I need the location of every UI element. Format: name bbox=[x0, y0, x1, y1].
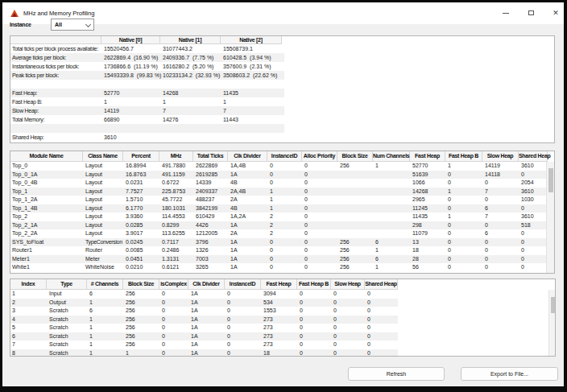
table-row[interactable]: Top_1_4BLayout6.1770180.103138421994B101… bbox=[10, 204, 554, 213]
value-cell: 7 bbox=[223, 106, 283, 115]
column-header[interactable]: Class Name bbox=[83, 151, 123, 162]
column-header[interactable]: Alloc Priority bbox=[302, 151, 337, 162]
table-row[interactable]: Top_1Layout7.7527225.875324093372A,4B101… bbox=[10, 188, 554, 196]
column-header[interactable]: Clk Divider bbox=[188, 279, 225, 290]
scrollbar-track[interactable] bbox=[548, 290, 555, 356]
value-cell: 0 bbox=[448, 179, 451, 188]
column-header[interactable]: Fast Heap bbox=[261, 279, 297, 290]
table-row[interactable]: Total Memory:668901427611443 bbox=[10, 115, 284, 124]
column-header[interactable]: Shared Heap bbox=[365, 279, 398, 290]
value-cell: 3.9017 bbox=[126, 229, 143, 238]
value-cell: 0 bbox=[304, 171, 308, 179]
value-cell: 3610 bbox=[521, 162, 534, 171]
value-cell: 1.3131 bbox=[162, 255, 179, 264]
table-row[interactable]: Top_0_1ALayout16.8763491.115926192851A00… bbox=[10, 171, 554, 179]
scrollbar-track[interactable] bbox=[546, 162, 554, 273]
table-row[interactable]: White1WhiteNoise0.02100.612132651A002561… bbox=[10, 263, 554, 272]
table-row[interactable]: 7Scratch125601A0273000 bbox=[10, 340, 398, 349]
column-header[interactable]: Total Ticks bbox=[193, 151, 228, 162]
scrollbar-thumb[interactable] bbox=[551, 297, 556, 313]
table-row[interactable] bbox=[10, 124, 284, 133]
column-header[interactable]: Clk Divider bbox=[228, 151, 267, 162]
table-row[interactable]: Top_2Layout3.9360114.45536104291A,2A2011… bbox=[10, 213, 554, 221]
table-row[interactable]: Fast Heap B:111 bbox=[10, 97, 284, 106]
value-cell: 1 bbox=[126, 349, 129, 357]
table-row[interactable]: 3Scratch625601A01553000 bbox=[10, 307, 398, 316]
column-header[interactable]: Fast Heap bbox=[410, 151, 445, 162]
value-cell: Router1 bbox=[12, 246, 32, 255]
value-cell: 0 bbox=[448, 238, 451, 247]
table-row[interactable]: Instantaneous ticks per block:1736866.6 … bbox=[10, 62, 284, 71]
table-row[interactable]: Slow Heap:1411977 bbox=[10, 106, 284, 115]
column-header[interactable]: Block Size bbox=[337, 151, 373, 162]
table-row[interactable] bbox=[10, 80, 284, 89]
column-header[interactable] bbox=[10, 36, 101, 44]
table-row[interactable]: Top_0Layout16.8994491.788026228691A,4B00… bbox=[10, 162, 554, 171]
value-cell: 14268 bbox=[412, 188, 428, 196]
table-row[interactable]: Router1Router0.00850.248613261A002561180… bbox=[10, 246, 554, 255]
row-label: Instantaneous ticks per block: bbox=[12, 62, 102, 71]
table-row[interactable]: Top_2_1ALayout0.02850.829944261A20298005… bbox=[10, 221, 554, 230]
table-row[interactable]: Top_0_4BLayout0.02310.6722143394B0010660… bbox=[10, 179, 554, 188]
value-cell: 0 bbox=[333, 332, 337, 341]
table-row[interactable]: Top_2_2ALayout3.9017113.625512120052A201… bbox=[10, 229, 554, 238]
table-row[interactable]: Average ticks per block:2622869.4 (16.90… bbox=[10, 53, 284, 62]
table-row[interactable]: Total ticks per block process available:… bbox=[10, 44, 284, 53]
column-header[interactable]: Shared Heap bbox=[519, 151, 548, 162]
close-icon[interactable]: ✕ bbox=[548, 2, 563, 24]
table-row[interactable]: 6Scratch125601A0273000 bbox=[10, 332, 398, 341]
table-row[interactable]: 1Input625601A03094000 bbox=[10, 290, 398, 299]
table-row[interactable]: 8Scratch1101A018000 bbox=[10, 349, 398, 357]
value-cell: 0.0085 bbox=[126, 246, 143, 255]
export-button[interactable]: Export to File... bbox=[461, 367, 558, 381]
column-header[interactable]: Block Size bbox=[123, 279, 159, 290]
column-header[interactable]: isComplex bbox=[159, 279, 188, 290]
column-header[interactable]: Percent bbox=[123, 151, 159, 162]
table-row[interactable]: Top_1_2ALayout1.571045.77224882372A10296… bbox=[10, 196, 554, 204]
value-cell: 0 bbox=[521, 255, 524, 264]
table-row[interactable]: SYS_toFloatTypeConversion0.02450.7117379… bbox=[10, 238, 554, 247]
value-cell: 3610 bbox=[521, 213, 534, 221]
column-header[interactable]: Index bbox=[10, 279, 47, 290]
value-cell: 0 bbox=[300, 299, 303, 307]
column-header[interactable]: Slow Heap bbox=[331, 279, 365, 290]
value-cell: 1030 bbox=[521, 196, 534, 204]
table-row[interactable]: 2Output125601A0534000 bbox=[10, 299, 398, 307]
column-header[interactable]: MHz bbox=[159, 151, 193, 162]
column-header[interactable]: Fast Heap B bbox=[445, 151, 482, 162]
value-cell: 0 bbox=[367, 349, 370, 357]
minimize-icon[interactable] bbox=[499, 2, 513, 24]
maximize-icon[interactable] bbox=[524, 2, 539, 24]
column-header[interactable]: Type bbox=[47, 279, 87, 290]
column-header[interactable]: Native [2] bbox=[221, 36, 282, 44]
table-row[interactable]: 4Scratch125601A0273000 bbox=[10, 316, 398, 324]
column-header[interactable]: InstanceID bbox=[267, 151, 302, 162]
scrollbar-thumb[interactable] bbox=[548, 168, 553, 192]
refresh-button[interactable]: Refresh bbox=[348, 367, 445, 381]
value-cell: Layout bbox=[85, 204, 102, 213]
value-cell: 2622869.4 (16.90 %) bbox=[104, 53, 163, 62]
column-header[interactable]: Slow Heap bbox=[482, 151, 519, 162]
value-cell: 2409336.7 (7.75 %) bbox=[163, 53, 222, 62]
column-header[interactable]: Module Name bbox=[10, 151, 83, 162]
table-row[interactable]: Meter1Meter0.04511.313170031A00256628000 bbox=[10, 255, 554, 264]
column-header[interactable]: # Channels bbox=[87, 279, 123, 290]
summary-table: Native [0]Native [1]Native [2]Total tick… bbox=[10, 35, 555, 143]
table-row[interactable]: 5Scratch125601A0273000 bbox=[10, 324, 398, 332]
column-header[interactable]: Fast Heap B bbox=[297, 279, 331, 290]
table-row[interactable]: Peak ticks per block:15493339.8 (99.83 %… bbox=[10, 71, 284, 80]
value-cell: 0 bbox=[448, 196, 451, 204]
value-cell: 491.7880 bbox=[162, 162, 185, 171]
instance-dropdown[interactable]: All bbox=[51, 19, 94, 31]
value-cell: 0 bbox=[162, 324, 165, 332]
value-cell: 0 bbox=[300, 340, 303, 349]
column-header[interactable]: InstanceID bbox=[225, 279, 261, 290]
column-header[interactable]: Num Channels bbox=[373, 151, 410, 162]
column-header[interactable]: Native [0] bbox=[101, 36, 160, 44]
value-cell: TypeConversion bbox=[85, 238, 122, 247]
table-row[interactable]: Shared Heap:3610 bbox=[10, 133, 284, 142]
value-cell: 1736866.6 (11.19 %) bbox=[104, 62, 163, 71]
table-row[interactable]: Fast Heap:527701426811435 bbox=[10, 89, 284, 97]
column-header[interactable]: Native [1] bbox=[160, 36, 221, 44]
value-cell: 0 bbox=[448, 229, 451, 238]
